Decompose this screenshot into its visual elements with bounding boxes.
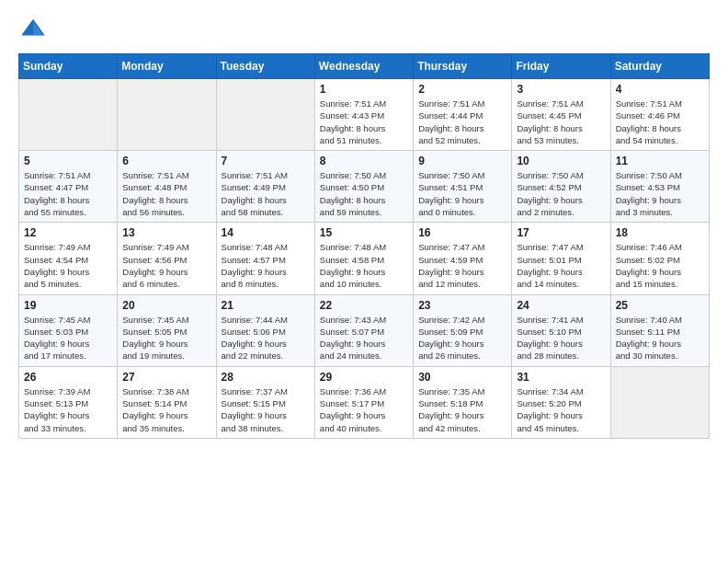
- day-info: Sunrise: 7:45 AM Sunset: 5:05 PM Dayligh…: [122, 314, 210, 362]
- calendar-cell: [610, 366, 709, 438]
- calendar-cell: 13Sunrise: 7:49 AM Sunset: 4:56 PM Dayli…: [118, 223, 216, 294]
- day-info: Sunrise: 7:51 AM Sunset: 4:43 PM Dayligh…: [320, 98, 408, 146]
- weekday-header-sunday: Sunday: [19, 54, 118, 79]
- day-number: 20: [122, 299, 210, 312]
- day-info: Sunrise: 7:39 AM Sunset: 5:13 PM Dayligh…: [24, 385, 112, 434]
- day-info: Sunrise: 7:37 AM Sunset: 5:15 PM Dayligh…: [222, 385, 310, 434]
- calendar-cell: 30Sunrise: 7:35 AM Sunset: 5:18 PM Dayli…: [414, 366, 512, 438]
- day-number: 29: [320, 371, 408, 384]
- day-info: Sunrise: 7:51 AM Sunset: 4:46 PM Dayligh…: [616, 98, 704, 146]
- calendar-cell: 20Sunrise: 7:45 AM Sunset: 5:05 PM Dayli…: [118, 294, 216, 366]
- calendar-cell: 28Sunrise: 7:37 AM Sunset: 5:15 PM Dayli…: [216, 366, 314, 438]
- calendar-cell: 22Sunrise: 7:43 AM Sunset: 5:07 PM Dayli…: [314, 294, 413, 366]
- day-number: 14: [222, 226, 310, 239]
- day-number: 16: [418, 226, 506, 239]
- day-number: 9: [418, 155, 506, 167]
- calendar-cell: 1Sunrise: 7:51 AM Sunset: 4:43 PM Daylig…: [314, 79, 413, 151]
- calendar-cell: 6Sunrise: 7:51 AM Sunset: 4:48 PM Daylig…: [118, 151, 216, 223]
- calendar-cell: 16Sunrise: 7:47 AM Sunset: 4:59 PM Dayli…: [414, 223, 512, 294]
- day-number: 18: [616, 226, 704, 239]
- calendar-cell: 18Sunrise: 7:46 AM Sunset: 5:02 PM Dayli…: [610, 223, 709, 294]
- day-info: Sunrise: 7:51 AM Sunset: 4:48 PM Dayligh…: [122, 169, 210, 218]
- logo: [18, 15, 51, 44]
- calendar-cell: 11Sunrise: 7:50 AM Sunset: 4:53 PM Dayli…: [610, 151, 709, 223]
- day-number: 7: [222, 155, 310, 167]
- day-info: Sunrise: 7:40 AM Sunset: 5:11 PM Dayligh…: [616, 314, 704, 362]
- day-number: 19: [24, 299, 112, 312]
- day-info: Sunrise: 7:34 AM Sunset: 5:20 PM Dayligh…: [517, 385, 605, 434]
- weekday-header-friday: Friday: [512, 54, 610, 79]
- day-number: 28: [222, 371, 310, 384]
- day-number: 1: [320, 83, 408, 96]
- day-info: Sunrise: 7:36 AM Sunset: 5:17 PM Dayligh…: [320, 385, 408, 434]
- day-info: Sunrise: 7:42 AM Sunset: 5:09 PM Dayligh…: [418, 314, 506, 362]
- day-info: Sunrise: 7:48 AM Sunset: 4:58 PM Dayligh…: [320, 241, 408, 290]
- week-row-1: 1Sunrise: 7:51 AM Sunset: 4:43 PM Daylig…: [19, 79, 710, 151]
- calendar-cell: 25Sunrise: 7:40 AM Sunset: 5:11 PM Dayli…: [610, 294, 709, 366]
- calendar-cell: 14Sunrise: 7:48 AM Sunset: 4:57 PM Dayli…: [216, 223, 314, 294]
- day-info: Sunrise: 7:50 AM Sunset: 4:50 PM Dayligh…: [320, 169, 408, 218]
- day-number: 15: [320, 226, 408, 239]
- calendar-cell: 9Sunrise: 7:50 AM Sunset: 4:51 PM Daylig…: [414, 151, 512, 223]
- calendar-cell: 21Sunrise: 7:44 AM Sunset: 5:06 PM Dayli…: [216, 294, 314, 366]
- calendar-cell: 17Sunrise: 7:47 AM Sunset: 5:01 PM Dayli…: [512, 223, 610, 294]
- calendar-cell: 5Sunrise: 7:51 AM Sunset: 4:47 PM Daylig…: [19, 151, 118, 223]
- calendar-cell: 12Sunrise: 7:49 AM Sunset: 4:54 PM Dayli…: [19, 223, 118, 294]
- weekday-header-tuesday: Tuesday: [216, 54, 314, 79]
- calendar-cell: 29Sunrise: 7:36 AM Sunset: 5:17 PM Dayli…: [314, 366, 413, 438]
- calendar-cell: 2Sunrise: 7:51 AM Sunset: 4:44 PM Daylig…: [414, 79, 512, 151]
- day-info: Sunrise: 7:51 AM Sunset: 4:49 PM Dayligh…: [222, 169, 310, 218]
- calendar-cell: 15Sunrise: 7:48 AM Sunset: 4:58 PM Dayli…: [314, 223, 413, 294]
- day-number: 5: [24, 155, 112, 167]
- day-info: Sunrise: 7:35 AM Sunset: 5:18 PM Dayligh…: [418, 385, 506, 434]
- day-info: Sunrise: 7:45 AM Sunset: 5:03 PM Dayligh…: [24, 314, 112, 362]
- calendar-cell: 19Sunrise: 7:45 AM Sunset: 5:03 PM Dayli…: [19, 294, 118, 366]
- day-number: 12: [24, 226, 112, 239]
- day-number: 13: [122, 226, 210, 239]
- day-info: Sunrise: 7:49 AM Sunset: 4:54 PM Dayligh…: [24, 241, 112, 290]
- day-number: 27: [122, 371, 210, 384]
- day-number: 2: [418, 83, 506, 96]
- week-row-5: 26Sunrise: 7:39 AM Sunset: 5:13 PM Dayli…: [19, 366, 710, 438]
- calendar-cell: 26Sunrise: 7:39 AM Sunset: 5:13 PM Dayli…: [19, 366, 118, 438]
- day-number: 26: [24, 371, 112, 384]
- week-row-3: 12Sunrise: 7:49 AM Sunset: 4:54 PM Dayli…: [19, 223, 710, 294]
- day-info: Sunrise: 7:49 AM Sunset: 4:56 PM Dayligh…: [122, 241, 210, 290]
- calendar-cell: [19, 79, 118, 151]
- day-info: Sunrise: 7:51 AM Sunset: 4:47 PM Dayligh…: [24, 169, 112, 218]
- day-info: Sunrise: 7:47 AM Sunset: 4:59 PM Dayligh…: [418, 241, 506, 290]
- calendar-cell: 27Sunrise: 7:38 AM Sunset: 5:14 PM Dayli…: [118, 366, 216, 438]
- week-row-2: 5Sunrise: 7:51 AM Sunset: 4:47 PM Daylig…: [19, 151, 710, 223]
- calendar-cell: [216, 79, 314, 151]
- weekday-header-monday: Monday: [118, 54, 216, 79]
- day-info: Sunrise: 7:51 AM Sunset: 4:45 PM Dayligh…: [517, 98, 605, 146]
- day-number: 30: [418, 371, 506, 384]
- day-number: 24: [517, 299, 605, 312]
- day-number: 17: [517, 226, 605, 239]
- calendar-cell: 24Sunrise: 7:41 AM Sunset: 5:10 PM Dayli…: [512, 294, 610, 366]
- day-number: 25: [616, 299, 704, 312]
- weekday-header-thursday: Thursday: [414, 54, 512, 79]
- logo-icon: [18, 15, 48, 44]
- day-number: 3: [517, 83, 605, 96]
- day-info: Sunrise: 7:48 AM Sunset: 4:57 PM Dayligh…: [222, 241, 310, 290]
- calendar-cell: [118, 79, 216, 151]
- day-info: Sunrise: 7:43 AM Sunset: 5:07 PM Dayligh…: [320, 314, 408, 362]
- day-info: Sunrise: 7:46 AM Sunset: 5:02 PM Dayligh…: [616, 241, 704, 290]
- calendar-cell: 3Sunrise: 7:51 AM Sunset: 4:45 PM Daylig…: [512, 79, 610, 151]
- week-row-4: 19Sunrise: 7:45 AM Sunset: 5:03 PM Dayli…: [19, 294, 710, 366]
- calendar-cell: 10Sunrise: 7:50 AM Sunset: 4:52 PM Dayli…: [512, 151, 610, 223]
- day-number: 22: [320, 299, 408, 312]
- calendar-cell: 31Sunrise: 7:34 AM Sunset: 5:20 PM Dayli…: [512, 366, 610, 438]
- day-number: 4: [616, 83, 704, 96]
- day-info: Sunrise: 7:47 AM Sunset: 5:01 PM Dayligh…: [517, 241, 605, 290]
- day-number: 21: [222, 299, 310, 312]
- day-info: Sunrise: 7:44 AM Sunset: 5:06 PM Dayligh…: [222, 314, 310, 362]
- day-info: Sunrise: 7:50 AM Sunset: 4:51 PM Dayligh…: [418, 169, 506, 218]
- day-info: Sunrise: 7:50 AM Sunset: 4:53 PM Dayligh…: [616, 169, 704, 218]
- header: [18, 15, 710, 44]
- day-info: Sunrise: 7:50 AM Sunset: 4:52 PM Dayligh…: [517, 169, 605, 218]
- calendar-cell: 8Sunrise: 7:50 AM Sunset: 4:50 PM Daylig…: [314, 151, 413, 223]
- day-number: 6: [122, 155, 210, 167]
- day-number: 11: [616, 155, 704, 167]
